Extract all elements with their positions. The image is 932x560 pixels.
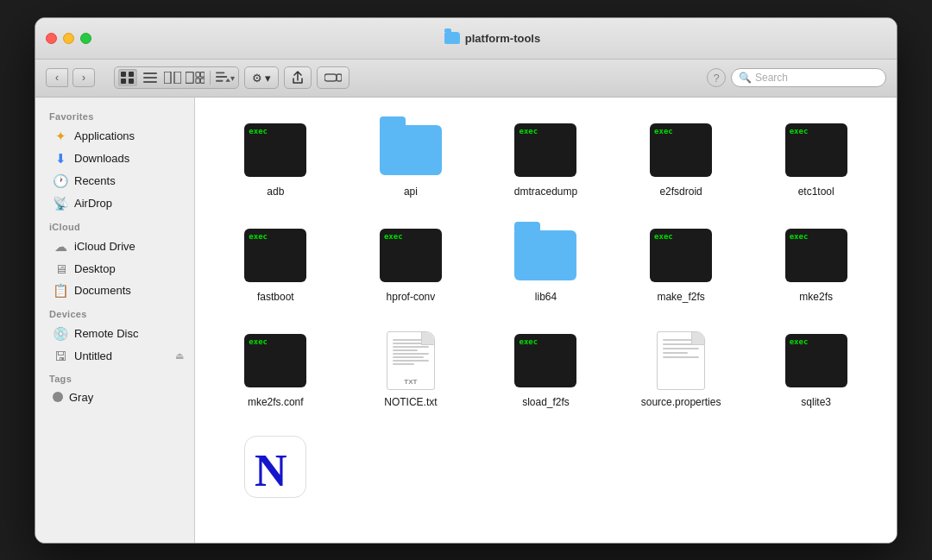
sidebar-item-downloads[interactable]: ⬇ Downloads — [39, 148, 191, 170]
svg-rect-10 — [196, 72, 200, 78]
file-item-etc1tool[interactable]: exec etc1tool — [753, 115, 879, 203]
arrange-button[interactable]: ▾ — [216, 69, 235, 86]
sidebar-item-documents[interactable]: 📋 Documents — [39, 280, 191, 302]
svg-rect-4 — [143, 72, 157, 74]
file-icon-sqlite3: exec — [782, 330, 851, 391]
file-icon-make-f2fs: exec — [646, 225, 715, 286]
svg-rect-2 — [121, 79, 126, 84]
file-item-sqlite3[interactable]: exec sqlite3 — [753, 325, 879, 413]
file-name-fastboot: fastboot — [257, 291, 294, 303]
tag-icon — [324, 72, 342, 84]
documents-icon: 📋 — [53, 283, 68, 299]
file-item-mke2fs[interactable]: exec mke2fs — [753, 220, 879, 308]
action-button[interactable]: ⚙ ▾ — [244, 66, 279, 89]
file-icon-dmtracedump: exec — [511, 120, 580, 180]
gray-tag-dot — [53, 392, 63, 402]
svg-rect-14 — [216, 72, 224, 73]
file-item-hprof-conv[interactable]: exec hprof-conv — [348, 220, 475, 308]
toolbar: ‹ › — [35, 60, 897, 98]
file-item-sload-f2fs[interactable]: exec sload_f2fs — [482, 325, 609, 413]
untitled-label: Untitled — [74, 349, 112, 362]
titlebar: platform-tools — [35, 18, 897, 60]
column-view-button[interactable] — [163, 69, 182, 86]
file-item-lib64[interactable]: lib64 — [482, 220, 609, 308]
svg-rect-1 — [129, 72, 134, 77]
file-item-mke2fs-conf[interactable]: exec mke2fs.conf — [212, 325, 339, 413]
file-icon-adb: exec — [241, 120, 310, 180]
exec-icon-hprof-conv: exec — [380, 229, 442, 282]
search-bar[interactable]: 🔍 Search — [731, 68, 886, 87]
exec-badge-etc1tool: exec — [790, 127, 809, 135]
file-item-api[interactable]: api — [348, 115, 475, 203]
svg-rect-7 — [164, 72, 171, 84]
exec-icon-mke2fs-conf: exec — [244, 334, 306, 387]
txt-file-icon: TXT — [387, 331, 435, 390]
file-name-mke2fs: mke2fs — [799, 291, 833, 303]
exec-badge-adb: exec — [249, 127, 268, 135]
list-view-button[interactable] — [141, 69, 160, 86]
applications-icon: ✦ — [53, 129, 68, 144]
maximize-button[interactable] — [80, 33, 91, 44]
sidebar-item-recents[interactable]: 🕐 Recents — [39, 170, 191, 192]
file-name-mke2fs-conf: mke2fs.conf — [248, 396, 304, 408]
sidebar-item-icloud-drive[interactable]: ☁ iCloud Drive — [39, 236, 191, 258]
file-item-e2fsdroid[interactable]: exec e2fsdroid — [618, 115, 745, 203]
file-item-make-f2fs[interactable]: exec make_f2fs — [618, 220, 745, 308]
icon-view-button[interactable] — [118, 69, 137, 86]
exec-badge-make-f2fs: exec — [654, 232, 673, 241]
exec-icon-sload-f2fs: exec — [514, 334, 576, 387]
eject-icon[interactable]: ⏏ — [175, 350, 184, 362]
titlebar-center: platform-tools — [98, 32, 886, 45]
exec-badge-hprof-conv: exec — [384, 232, 403, 241]
file-icon-lib64 — [511, 225, 580, 286]
file-icon-notice-txt: TXT — [376, 330, 445, 391]
exec-icon-fastboot: exec — [244, 229, 306, 282]
file-item-adb[interactable]: exec adb — [212, 115, 339, 203]
file-icon-mke2fs: exec — [782, 225, 851, 286]
share-button[interactable] — [284, 66, 312, 89]
minimize-button[interactable] — [63, 33, 74, 44]
close-button[interactable] — [46, 33, 57, 44]
file-item-fastboot[interactable]: exec fastboot — [212, 220, 339, 308]
file-icon-etc1tool: exec — [782, 120, 851, 180]
file-name-sqlite3: sqlite3 — [801, 396, 831, 408]
exec-icon-etc1tool: exec — [785, 123, 847, 177]
file-item-dmtracedump[interactable]: exec dmtracedump — [482, 115, 609, 203]
gear-icon: ⚙ — [252, 72, 262, 85]
svg-rect-5 — [143, 77, 157, 79]
file-name-adb: adb — [267, 186, 284, 198]
sidebar-item-gray-tag[interactable]: Gray — [39, 387, 191, 407]
arrange-icon — [216, 72, 230, 84]
forward-button[interactable]: › — [72, 68, 95, 87]
file-name-etc1tool: etc1tool — [798, 186, 834, 198]
sidebar-item-untitled[interactable]: 🖫 Untitled ⏏ — [39, 345, 191, 367]
documents-label: Documents — [74, 284, 131, 297]
title-folder-icon — [444, 32, 460, 44]
exec-badge-sload-f2fs: exec — [519, 337, 538, 346]
file-name-make-f2fs: make_f2fs — [657, 291, 704, 303]
file-icon-source-properties — [646, 330, 715, 391]
exec-badge-sqlite3: exec — [790, 337, 809, 346]
file-icon-sload-f2fs: exec — [511, 330, 580, 391]
sidebar-item-airdrop[interactable]: 📡 AirDrop — [39, 192, 191, 215]
svg-rect-18 — [324, 74, 337, 81]
tag-button[interactable] — [317, 66, 350, 89]
help-button[interactable]: ? — [707, 68, 726, 87]
file-icon-nyt: N — [241, 437, 310, 497]
applications-label: Applications — [74, 129, 135, 142]
sidebar-item-applications[interactable]: ✦ Applications — [39, 125, 191, 148]
file-icon-api — [376, 120, 445, 180]
sidebar-item-remote-disc[interactable]: 💿 Remote Disc — [39, 323, 191, 345]
sidebar-item-desktop[interactable]: 🖥 Desktop — [39, 258, 191, 280]
nyt-icon: N — [248, 439, 303, 494]
file-item-source-properties[interactable]: source.properties — [618, 325, 745, 413]
svg-rect-6 — [143, 81, 157, 83]
file-grid: exec adb api exec dmtracedump — [195, 98, 897, 543]
gallery-view-button[interactable] — [186, 69, 205, 86]
exec-badge-mke2fs: exec — [790, 232, 809, 241]
untitled-icon: 🖫 — [53, 349, 68, 363]
file-item-notice-txt[interactable]: TXT NOTICE.txt — [348, 325, 475, 413]
gallery-icon — [186, 72, 205, 84]
file-item-nyt[interactable]: N — [212, 431, 339, 507]
back-button[interactable]: ‹ — [46, 68, 68, 87]
